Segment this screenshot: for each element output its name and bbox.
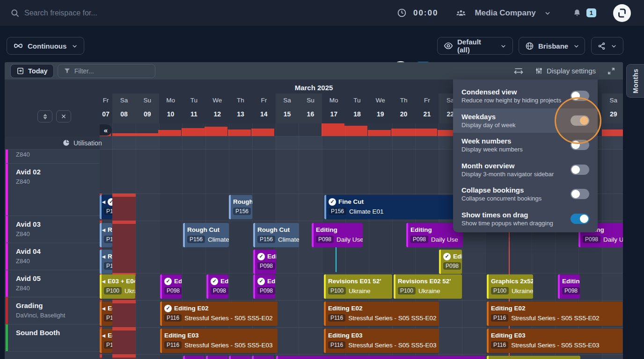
display-setting-item[interactable]: Month overview Display 3-month navigator…	[453, 158, 598, 182]
day-number-label[interactable]: 16	[299, 110, 322, 118]
months-side-tab[interactable]: Months	[626, 64, 644, 98]
display-settings-button[interactable]: Display settings	[535, 67, 596, 75]
booking-title: ◀✓Rough Cut	[104, 197, 110, 206]
booking-block[interactable]: Grade 2x52' P100Ukraine	[487, 356, 580, 359]
resource-row[interactable]: Avid 03Z840	[5, 216, 100, 243]
resource-row[interactable]: GradingDaVinci, Baselight	[5, 297, 100, 324]
filter-input-wrap[interactable]	[58, 64, 155, 78]
booking-block[interactable]: Graphics 2x52' P100Ukraine	[487, 274, 533, 299]
fullscreen-icon[interactable]	[607, 67, 615, 75]
notification-badge[interactable]: 1	[586, 8, 596, 17]
setting-toggle[interactable]	[571, 214, 589, 224]
booking-block[interactable]: ✓Editing P098	[160, 274, 182, 299]
day-number-label[interactable]: 29	[602, 110, 623, 118]
booking-block[interactable]: Rough Cut P156Climate	[253, 223, 299, 247]
day-number-label[interactable]: 18	[345, 110, 369, 118]
booking-block[interactable]: Editing P098	[558, 274, 580, 299]
booking-block[interactable]: ◀Rough Cut P156	[100, 250, 112, 274]
booking-block[interactable]: ✓Editing P098	[439, 250, 462, 274]
user-avatar[interactable]	[613, 4, 631, 22]
resource-row[interactable]: Sound Booth	[5, 324, 100, 352]
booking-title: Editing E02	[328, 304, 436, 313]
day-number-label[interactable]: 13	[229, 110, 252, 118]
today-button[interactable]: Today	[10, 64, 54, 78]
booking-block[interactable]: Revisions E02 52' P100Ukraine	[394, 274, 462, 299]
global-search-input[interactable]	[24, 9, 174, 17]
booking-block[interactable]: ✓Editing P098	[206, 356, 228, 359]
visibility-filter-button[interactable]: Default (all)	[437, 37, 513, 55]
reorder-button[interactable]	[37, 110, 52, 122]
booking-block[interactable]: ✓Editing P098	[252, 356, 274, 359]
day-number-label[interactable]: 10	[159, 110, 183, 118]
display-setting-item[interactable]: Weekdays Display day of week	[453, 108, 598, 133]
booking-block[interactable]: Editing E03 P116Stressful Series - S05 S…	[160, 329, 278, 353]
booking-block[interactable]: Rough Cut P156	[229, 195, 252, 219]
display-setting-item[interactable]: Show times on drag Show time popups when…	[453, 207, 598, 231]
resource-color-strip	[6, 270, 8, 297]
booking-accent-edge	[100, 250, 102, 274]
bell-icon[interactable]	[572, 8, 582, 18]
collapse-sidebar-button[interactable]: «	[100, 124, 112, 136]
day-number-label[interactable]: 08	[112, 110, 136, 118]
resource-row[interactable]: Avid 02Z840	[5, 164, 100, 216]
booking-block[interactable]: ✓Editing P098Daily Use	[276, 356, 485, 359]
booking-block[interactable]: ✓Editing P098	[253, 250, 276, 274]
booking-accent-edge	[100, 329, 102, 353]
setting-toggle[interactable]	[571, 140, 589, 150]
chevron-down-icon[interactable]	[544, 10, 551, 16]
booking-block[interactable]: Revisions E01 52' P100Ukraine	[324, 274, 392, 299]
setting-title: Month overview	[461, 162, 554, 170]
clear-selection-button[interactable]	[56, 110, 71, 122]
display-setting-item[interactable]: Condensed view Reduce row height by hidi…	[453, 84, 598, 108]
day-number-label[interactable]: 20	[392, 110, 416, 118]
booking-block[interactable]: Editing E02 P116Stressful Series - S05 S…	[324, 302, 439, 326]
booking-block[interactable]: Editing P098Daily Use	[312, 223, 363, 247]
booking-title: ✓Editing E02	[164, 304, 275, 313]
display-setting-item[interactable]: Week numbers Display week numbers	[453, 133, 598, 158]
booking-block[interactable]: ◀E03 + E04 Revisions P100Ukraine	[100, 274, 135, 299]
resource-row[interactable]: Avid 05Z840	[5, 270, 100, 297]
booking-block[interactable]: ✓Editing P098	[183, 356, 205, 359]
timezone-button[interactable]: Brisbane	[519, 37, 585, 55]
utilisation-bar	[344, 126, 367, 136]
booking-block[interactable]: ✓Editing E02 P116Stressful Series - S05 …	[160, 302, 278, 326]
view-mode-button[interactable]: Continuous	[7, 37, 84, 55]
day-number-label[interactable]: 14	[252, 110, 276, 118]
utilisation-label-text: Utilisation	[73, 139, 102, 147]
booking-block[interactable]: ◀✓Rough Cut P156	[100, 195, 112, 219]
resource-row[interactable]: Avid 04Z840	[5, 243, 100, 270]
booking-block[interactable]: Rough Cut P156Climate	[183, 223, 229, 247]
booking-block[interactable]: ◀Editing E03 P116	[100, 329, 112, 353]
day-number-label[interactable]: 11	[182, 110, 205, 118]
booking-block[interactable]: ✓Editing P098	[253, 274, 275, 299]
booking-block[interactable]: Editing E02 P116Stressful Series - S05 S…	[487, 302, 622, 326]
display-setting-item[interactable]: Collapse bookings Collapse concurrent bo…	[453, 182, 598, 207]
weekday-label: Th	[229, 97, 252, 104]
day-number-label[interactable]: 09	[136, 110, 159, 118]
setting-toggle[interactable]	[571, 165, 589, 175]
workspace-name[interactable]: Media Company	[475, 8, 535, 18]
day-number-label[interactable]: 19	[369, 110, 392, 118]
booking-title: Editing	[316, 225, 360, 234]
day-number-label[interactable]: 17	[322, 110, 345, 118]
day-number-label[interactable]: 12	[205, 110, 229, 118]
booking-block[interactable]: ◀Editing E02 P116	[100, 302, 112, 326]
booking-block[interactable]: ◀Rough Cut P156	[100, 223, 112, 247]
setting-toggle[interactable]	[571, 91, 589, 101]
share-button[interactable]	[591, 37, 623, 55]
setting-toggle[interactable]	[571, 189, 589, 199]
booking-project-name: Stressful Series - S05 SS5-E02	[511, 315, 599, 322]
booking-block[interactable]: ✓Editing P098	[206, 274, 228, 299]
setting-toggle[interactable]	[571, 115, 589, 126]
day-number-label[interactable]: 15	[276, 110, 299, 118]
fit-width-icon[interactable]	[513, 67, 524, 75]
booking-block[interactable]: ✓Fine Cut P156Climate E01	[324, 195, 462, 219]
day-number-label[interactable]: 21	[415, 110, 439, 118]
booking-accent-edge	[324, 195, 326, 219]
continues-left-icon: ◀	[102, 306, 105, 311]
filter-input[interactable]	[74, 67, 145, 75]
booking-block[interactable]: Editing E03 P116Stressful Series - S05 S…	[324, 329, 439, 353]
booking-block[interactable]: Editing E03 P116Stressful Series - S05 S…	[487, 329, 622, 353]
weekday-label: Sa	[276, 97, 299, 104]
booking-block[interactable]: ✓Editing P098	[229, 356, 251, 359]
